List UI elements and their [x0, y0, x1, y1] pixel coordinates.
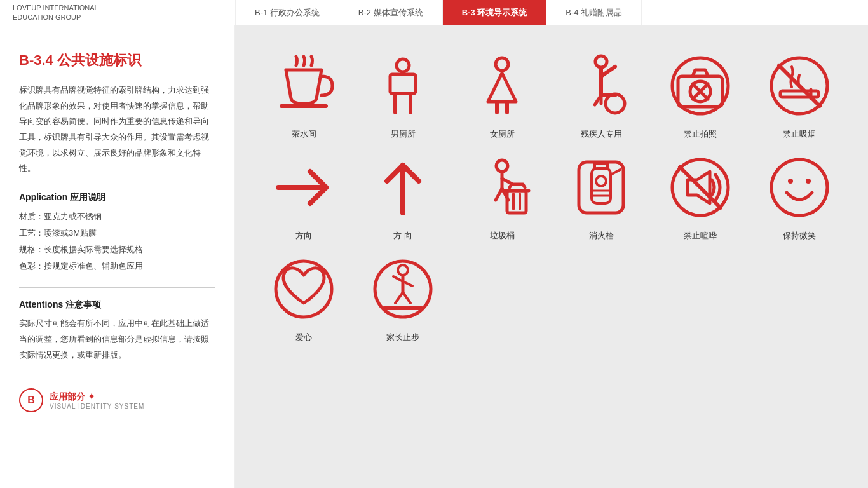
footer-sub: VISUAL IDENTITY SYSTEM	[50, 403, 144, 410]
womens-restroom-label: 女厕所	[490, 128, 515, 140]
svg-line-20	[779, 65, 820, 106]
sidebar: B-3.4 公共设施标识 标识牌具有品牌视觉特征的索引牌结构，力求达到强化品牌形…	[0, 25, 235, 488]
no-photo-icon	[665, 51, 735, 121]
logo-line1: LOVEUP INTERNATIONAL	[13, 4, 98, 11]
svg-point-42	[398, 265, 408, 275]
header: LOVEUP INTERNATIONAL EDUCATION GROUP B-1…	[0, 0, 868, 25]
sidebar-desc: 标识牌具有品牌视觉特征的索引牌结构，力求达到强化品牌形象的效果，对使用者快速的掌…	[19, 83, 215, 177]
nav-tabs: B-1 行政办公系统 B-2 媒体宣传系统 B-3 环境导示系统 B-4 礼赠附…	[235, 0, 868, 25]
sidebar-title: B-3.4 公共设施标识	[19, 51, 215, 70]
womens-restroom-icon	[467, 51, 537, 121]
walk-label: 家长止步	[386, 332, 419, 343]
attentions-title: Attentions 注意事项	[19, 299, 215, 311]
no-smoking-label: 禁止吸烟	[783, 128, 816, 140]
detail-size: 规格：长度根据实际需要选择规格	[19, 241, 215, 258]
mens-restroom-label: 男厕所	[391, 128, 416, 140]
svg-point-0	[397, 59, 409, 72]
attentions-desc: 实际尺寸可能会有所不同，应用中可在此基础上做适当的调整，您所看到的信息部分是虚拟…	[19, 316, 215, 363]
icon-trash: 垃圾桶	[452, 152, 552, 241]
tab-b3[interactable]: B-3 环境导示系统	[443, 0, 547, 25]
svg-point-39	[806, 179, 811, 184]
direction-up-label: 方 向	[393, 230, 412, 241]
footer-main: 应用部分 ✦	[50, 391, 144, 403]
tab-b1[interactable]: B-1 行政办公系统	[235, 0, 339, 25]
icon-direction-up: 方 向	[353, 152, 452, 241]
application-title: Application 应用说明	[19, 192, 215, 203]
icon-tea-room: 茶水间	[254, 51, 353, 140]
icon-direction-right: 方向	[254, 152, 353, 241]
svg-point-37	[771, 159, 827, 215]
disabled-icon	[566, 51, 636, 121]
footer-text: 应用部分 ✦ VISUAL IDENTITY SYSTEM	[50, 391, 144, 410]
icon-no-noise: 禁止喧哗	[651, 152, 750, 241]
footer-letter: B	[27, 395, 35, 406]
svg-rect-1	[390, 74, 416, 93]
svg-point-7	[595, 56, 607, 67]
main-layout: B-3.4 公共设施标识 标识牌具有品牌视觉特征的索引牌结构，力求达到强化品牌形…	[0, 25, 868, 488]
svg-point-38	[788, 179, 793, 184]
svg-point-23	[496, 160, 508, 172]
direction-right-icon	[269, 152, 339, 222]
detail-color: 色彩：按规定标准色、辅助色应用	[19, 258, 215, 274]
icon-no-photo: 禁止拍照	[651, 51, 750, 140]
content-area: 茶水间 男厕所	[235, 25, 868, 488]
icon-no-smoking: 禁止吸烟	[750, 51, 849, 140]
logo-area: LOVEUP INTERNATIONAL EDUCATION GROUP	[0, 3, 235, 22]
no-smoking-icon	[764, 51, 834, 121]
no-noise-label: 禁止喧哗	[684, 230, 717, 241]
fire-ext-icon	[566, 152, 636, 222]
smile-icon	[764, 152, 834, 222]
mens-restroom-icon	[368, 51, 438, 121]
svg-rect-18	[780, 91, 818, 97]
fire-ext-label: 消火栓	[589, 230, 614, 241]
detail-material: 材质：亚克力或不锈钢	[19, 208, 215, 225]
icon-fire-ext: 消火栓	[552, 152, 651, 241]
b-circle: B	[19, 388, 43, 412]
trash-label: 垃圾桶	[490, 230, 515, 241]
tea-room-icon	[269, 51, 339, 121]
icons-grid: 茶水间 男厕所	[254, 51, 849, 343]
sidebar-divider	[19, 287, 215, 288]
direction-up-icon	[368, 152, 438, 222]
sidebar-details: 材质：亚克力或不锈钢 工艺：喷漆或3M贴膜 规格：长度根据实际需要选择规格 色彩…	[19, 208, 215, 274]
icon-walk: 家长止步	[353, 254, 452, 343]
icon-heart: 爱心	[254, 254, 353, 343]
walk-icon	[368, 254, 438, 324]
icon-disabled: 残疾人专用	[552, 51, 651, 140]
svg-point-40	[276, 261, 332, 317]
icon-mens-restroom: 男厕所	[353, 51, 452, 140]
logo-line2: EDUCATION GROUP	[13, 13, 81, 21]
detail-craft: 工艺：喷漆或3M贴膜	[19, 225, 215, 241]
svg-point-32	[596, 176, 606, 186]
no-noise-icon	[665, 152, 735, 222]
icon-smile: 保持微笑	[750, 152, 849, 241]
trash-icon	[467, 152, 537, 222]
heart-label: 爱心	[295, 332, 312, 343]
tea-room-label: 茶水间	[292, 128, 316, 140]
direction-right-label: 方向	[295, 230, 312, 241]
heart-icon	[269, 254, 339, 324]
smile-label: 保持微笑	[783, 230, 816, 241]
sidebar-footer: B 应用部分 ✦ VISUAL IDENTITY SYSTEM	[19, 388, 215, 412]
svg-point-4	[496, 58, 508, 71]
svg-line-25	[496, 189, 502, 200]
tab-b2[interactable]: B-2 媒体宣传系统	[339, 0, 443, 25]
disabled-label: 残疾人专用	[581, 128, 622, 140]
icon-womens-restroom: 女厕所	[452, 51, 552, 140]
tab-b4[interactable]: B-4 礼赠附属品	[546, 0, 642, 25]
no-photo-label: 禁止拍照	[684, 128, 717, 140]
svg-rect-27	[507, 191, 526, 213]
